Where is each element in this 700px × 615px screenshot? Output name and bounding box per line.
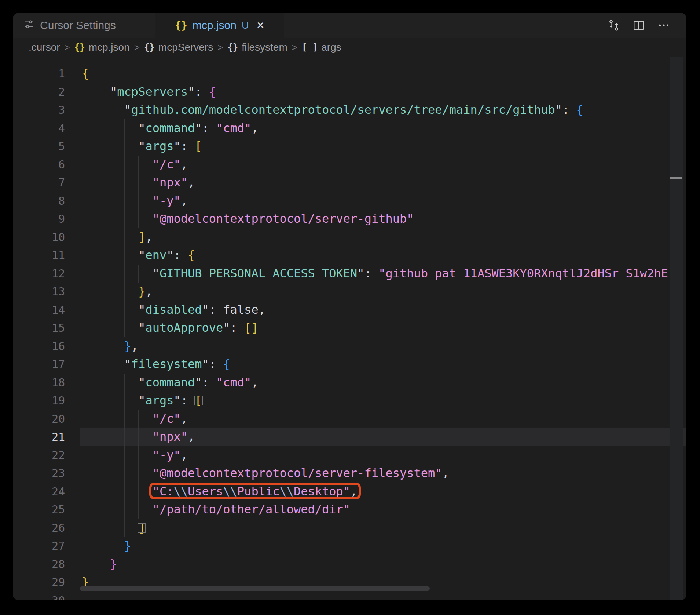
code-line[interactable]: 15 "autoApprove": [] — [13, 319, 686, 337]
line-number[interactable]: 9 — [13, 210, 80, 228]
line-number[interactable]: 12 — [13, 265, 80, 283]
line-number[interactable]: 13 — [13, 283, 80, 301]
line-number[interactable]: 14 — [13, 301, 80, 319]
code-content[interactable]: "command": "cmd", — [80, 119, 686, 138]
code-line[interactable]: 1{ — [13, 65, 686, 83]
tab-mcp-json[interactable]: {} mcp.json U ✕ — [155, 13, 284, 38]
code-content[interactable]: "-y", — [80, 446, 686, 465]
line-number[interactable]: 7 — [13, 174, 80, 192]
code-content[interactable]: "npx", — [80, 174, 686, 192]
line-number[interactable]: 26 — [13, 519, 80, 537]
line-number[interactable]: 15 — [13, 319, 80, 337]
code-content[interactable]: }, — [80, 283, 686, 301]
line-number[interactable]: 22 — [13, 446, 80, 465]
breadcrumb-item-cursor[interactable]: .cursor — [29, 41, 60, 53]
line-number[interactable]: 3 — [13, 101, 80, 119]
code-content[interactable]: "filesystem": { — [80, 355, 686, 374]
code-content[interactable]: "-y", — [80, 192, 686, 210]
code-content[interactable]: "github.com/modelcontextprotocol/servers… — [80, 101, 686, 119]
code-line[interactable]: 5 "args": [ — [13, 137, 686, 156]
code-line[interactable]: 23 "@modelcontextprotocol/server-filesys… — [13, 464, 686, 483]
more-actions-icon[interactable] — [657, 19, 670, 32]
open-changes-icon[interactable] — [607, 19, 620, 32]
code-content[interactable]: { — [80, 65, 686, 83]
code-line[interactable]: 30 — [13, 592, 686, 601]
code-content[interactable]: "args": [ — [80, 392, 686, 410]
code-line[interactable]: 26 ] — [13, 519, 686, 537]
code-content[interactable]: "@modelcontextprotocol/server-github" — [80, 210, 686, 228]
code-line[interactable]: 19 "args": [ — [13, 392, 686, 410]
code-content[interactable]: "env": { — [80, 246, 686, 265]
code-content[interactable]: "/c", — [80, 156, 686, 174]
code-line[interactable]: 6 "/c", — [13, 156, 686, 174]
code-line[interactable]: 7 "npx", — [13, 174, 686, 192]
tab-cursor-settings[interactable]: Cursor Settings — [13, 13, 155, 38]
code-content[interactable]: "/path/to/other/allowed/dir" — [80, 501, 686, 519]
split-editor-icon[interactable] — [632, 19, 645, 32]
breadcrumb-item-args[interactable]: [ ] args — [302, 41, 341, 53]
code-content[interactable]: ], — [80, 228, 686, 247]
code-content[interactable]: ] — [80, 519, 686, 537]
breadcrumb-item-filesystem[interactable]: {} filesystem — [227, 41, 287, 53]
code-line[interactable]: 18 "command": "cmd", — [13, 374, 686, 392]
code-line[interactable]: 17 "filesystem": { — [13, 355, 686, 374]
code-line[interactable]: 4 "command": "cmd", — [13, 119, 686, 138]
code-line[interactable]: 8 "-y", — [13, 192, 686, 210]
code-content[interactable]: "@modelcontextprotocol/server-filesystem… — [80, 464, 686, 483]
code-line[interactable]: 22 "-y", — [13, 446, 686, 465]
line-number[interactable]: 24 — [13, 483, 80, 501]
code-content[interactable]: "disabled": false, — [80, 301, 686, 319]
line-number[interactable]: 21 — [13, 428, 80, 446]
line-number[interactable]: 28 — [13, 555, 80, 574]
code-content[interactable]: "mcpServers": { — [80, 83, 686, 101]
line-number[interactable]: 1 — [13, 65, 80, 83]
code-line[interactable]: 28 } — [13, 555, 686, 574]
line-number[interactable]: 16 — [13, 337, 80, 356]
code-content[interactable]: "/c", — [80, 410, 686, 428]
line-number[interactable]: 29 — [13, 573, 80, 592]
line-number[interactable]: 6 — [13, 156, 80, 174]
code-line[interactable]: 20 "/c", — [13, 410, 686, 428]
breadcrumb-item-mcp-json[interactable]: {} mcp.json — [74, 41, 130, 53]
code-content[interactable]: "GITHUB_PERSONAL_ACCESS_TOKEN": "github_… — [80, 265, 686, 283]
code-line[interactable]: 10 ], — [13, 228, 686, 247]
line-number[interactable]: 2 — [13, 83, 80, 101]
line-number[interactable]: 11 — [13, 246, 80, 265]
code-line[interactable]: 3 "github.com/modelcontextprotocol/serve… — [13, 101, 686, 119]
code-line[interactable]: 14 "disabled": false, — [13, 301, 686, 319]
line-number[interactable]: 18 — [13, 374, 80, 392]
code-content[interactable]: } — [80, 537, 686, 555]
code-line[interactable]: 2 "mcpServers": { — [13, 83, 686, 101]
vertical-scrollbar[interactable] — [670, 57, 683, 600]
breadcrumb-item-mcpservers[interactable]: {} mcpServers — [144, 41, 213, 53]
line-number[interactable]: 4 — [13, 119, 80, 138]
code-line[interactable]: 25 "/path/to/other/allowed/dir" — [13, 501, 686, 519]
code-content[interactable]: } — [80, 555, 686, 574]
line-number[interactable]: 20 — [13, 410, 80, 428]
code-content[interactable]: "autoApprove": [] — [80, 319, 686, 337]
line-number[interactable]: 8 — [13, 192, 80, 210]
line-number[interactable]: 25 — [13, 501, 80, 519]
code-line[interactable]: 11 "env": { — [13, 246, 686, 265]
code-line[interactable]: 27 } — [13, 537, 686, 555]
line-number[interactable]: 10 — [13, 228, 80, 247]
code-line[interactable]: 9 "@modelcontextprotocol/server-github" — [13, 210, 686, 228]
line-number[interactable]: 30 — [13, 592, 80, 601]
code-content[interactable]: "npx", — [80, 428, 686, 446]
code-content[interactable]: "command": "cmd", — [80, 374, 686, 392]
code-content[interactable]: "C:\\Users\\Public\\Desktop", — [80, 483, 686, 501]
line-number[interactable]: 19 — [13, 392, 80, 410]
line-number[interactable]: 5 — [13, 137, 80, 156]
code-line[interactable]: 16 }, — [13, 337, 686, 356]
line-number[interactable]: 27 — [13, 537, 80, 555]
line-number[interactable]: 23 — [13, 464, 80, 483]
code-content[interactable] — [80, 592, 686, 601]
code-content[interactable]: "args": [ — [80, 137, 686, 156]
code-line[interactable]: 24 "C:\\Users\\Public\\Desktop", — [13, 483, 686, 501]
code-content[interactable]: }, — [80, 337, 686, 356]
horizontal-scrollbar-thumb[interactable] — [80, 586, 430, 591]
close-tab-icon[interactable]: ✕ — [256, 19, 264, 32]
line-number[interactable]: 17 — [13, 355, 80, 374]
code-line[interactable]: 21 "npx", — [13, 428, 686, 446]
code-line[interactable]: 12 "GITHUB_PERSONAL_ACCESS_TOKEN": "gith… — [13, 265, 686, 283]
